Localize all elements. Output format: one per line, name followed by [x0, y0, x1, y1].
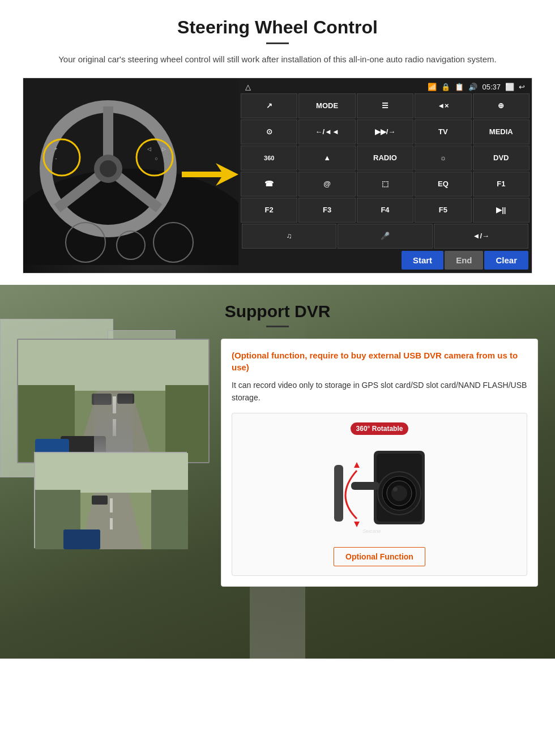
- volume-icon: 🔊: [468, 83, 477, 91]
- dvr-section: Support DVR: [0, 285, 555, 659]
- svg-rect-20: [18, 340, 210, 391]
- btn-play-pause[interactable]: ▶||: [473, 198, 530, 223]
- btn-eject[interactable]: ▲: [298, 146, 355, 170]
- svg-rect-26: [92, 394, 112, 405]
- svg-rect-22: [113, 396, 116, 413]
- svg-rect-34: [110, 498, 113, 512]
- btn-screen[interactable]: ⬚: [357, 172, 413, 197]
- steering-wheel-image: + - ◁ ○ ▷: [23, 78, 238, 273]
- btn-next[interactable]: ▶▶/→: [357, 119, 413, 144]
- btn-music[interactable]: ♫: [242, 224, 336, 249]
- btn-eq[interactable]: EQ: [415, 172, 471, 197]
- btn-apps[interactable]: ⊕: [473, 93, 530, 118]
- btn-internet[interactable]: @: [298, 172, 355, 197]
- status-bar: △ 📶 🔒 📋 🔊 05:37 ⬜ ↩: [241, 80, 530, 93]
- svg-rect-27: [117, 394, 134, 404]
- control-panel: △ 📶 🔒 📋 🔊 05:37 ⬜ ↩ ↗ MODE ☰ ◄×: [238, 78, 532, 273]
- dvr-info-card: (Optional function, require to buy exter…: [221, 339, 538, 587]
- btn-mode[interactable]: MODE: [298, 93, 355, 118]
- svg-text:○: ○: [155, 156, 157, 161]
- btn-settings[interactable]: ⊙: [241, 119, 297, 144]
- svg-marker-49: [354, 462, 360, 468]
- dvr-optional-note: (Optional function, require to buy exter…: [232, 349, 527, 373]
- svg-text:-: -: [56, 156, 57, 161]
- btn-phone[interactable]: ☎: [241, 172, 297, 197]
- clear-button[interactable]: Clear: [484, 251, 528, 270]
- dvr-content: Support DVR: [0, 285, 555, 604]
- btn-360[interactable]: 360: [241, 146, 297, 170]
- start-button[interactable]: Start: [402, 251, 443, 270]
- svg-text:◁: ◁: [147, 146, 151, 152]
- steering-title: Steering Wheel Control: [23, 17, 532, 38]
- title-divider: [266, 42, 289, 44]
- panel-button-grid: ↗ MODE ☰ ◄× ⊕ ⊙ ←/◄◄ ▶▶/→ TV MEDIA 360 ▲…: [241, 93, 530, 223]
- steering-background: + - ◁ ○ ▷: [23, 78, 238, 273]
- svg-point-7: [100, 160, 117, 177]
- panel-partial-row: ♫ 🎤 ◄/→: [241, 223, 530, 249]
- svg-rect-37: [151, 490, 188, 549]
- svg-marker-50: [354, 522, 360, 527]
- status-right-icons: 📶 🔒 📋 🔊 05:37 ⬜ ↩: [428, 83, 525, 91]
- btn-menu[interactable]: ☰: [357, 93, 413, 118]
- dvr-camera-box: 360° Rotatable: [232, 413, 527, 576]
- back-icon: ↩: [519, 83, 525, 91]
- svg-rect-35: [110, 518, 113, 529]
- rotation-badge: 360° Rotatable: [351, 422, 409, 435]
- btn-f4[interactable]: F4: [357, 198, 413, 223]
- dvr-camera-visual: Seicane: [317, 439, 442, 541]
- camera-svg: Seicane: [317, 439, 442, 536]
- svg-rect-38: [92, 496, 108, 505]
- window-icon: ⬜: [505, 83, 514, 91]
- btn-mute[interactable]: ◄×: [415, 93, 471, 118]
- dvr-left-panel: Seicane: [17, 339, 210, 548]
- panel-actions: Start End Clear: [241, 249, 530, 271]
- btn-tv[interactable]: TV: [415, 119, 471, 144]
- sim-icon: 📋: [455, 83, 464, 91]
- btn-brightness[interactable]: ☼: [415, 146, 471, 170]
- optional-function-label: Optional Function: [334, 547, 425, 566]
- btn-vol-control[interactable]: ◄/→: [434, 224, 528, 249]
- svg-rect-47: [351, 482, 379, 490]
- svg-point-46: [393, 487, 398, 492]
- home-icon: △: [245, 83, 251, 91]
- btn-f3[interactable]: F3: [298, 198, 355, 223]
- steering-main-container: + - ◁ ○ ▷ △: [23, 78, 532, 274]
- dvr-main-cam-view: Seicane: [17, 339, 210, 463]
- btn-f1[interactable]: F1: [473, 172, 530, 197]
- dvr-thumb-view: [34, 452, 187, 548]
- road-cam-svg: Seicane: [18, 340, 210, 463]
- btn-radio[interactable]: RADIO: [357, 146, 413, 170]
- end-button[interactable]: End: [445, 251, 483, 270]
- svg-rect-32: [35, 453, 188, 493]
- clock: 05:37: [482, 83, 501, 91]
- steering-section: Steering Wheel Control Your original car…: [0, 0, 555, 285]
- dvr-divider: [266, 326, 289, 327]
- btn-dvd[interactable]: DVD: [473, 146, 530, 170]
- dvr-title: Support DVR: [17, 302, 538, 321]
- dvr-main-row: Seicane: [17, 339, 538, 587]
- lock-icon: 🔒: [441, 83, 450, 91]
- steering-wheel-svg: + - ◁ ○ ▷: [23, 78, 238, 265]
- btn-prev[interactable]: ←/◄◄: [298, 119, 355, 144]
- svg-rect-48: [334, 465, 343, 522]
- svg-text:Seicane: Seicane: [362, 528, 381, 534]
- wifi-icon: 📶: [428, 83, 437, 91]
- btn-navigate[interactable]: ↗: [241, 93, 297, 118]
- btn-f5[interactable]: F5: [415, 198, 471, 223]
- svg-text:+: +: [54, 146, 57, 152]
- steering-description: Your original car's steering wheel contr…: [57, 53, 498, 66]
- svg-rect-23: [113, 419, 116, 436]
- status-icons: △: [245, 83, 251, 91]
- btn-f2[interactable]: F2: [241, 198, 297, 223]
- dvr-thumb-svg: [35, 453, 188, 549]
- svg-rect-39: [63, 529, 100, 549]
- btn-media[interactable]: MEDIA: [473, 119, 530, 144]
- dvr-description: It can record video only to storage in G…: [232, 379, 527, 404]
- btn-mic[interactable]: 🎤: [338, 224, 432, 249]
- svg-text:▷: ▷: [162, 146, 166, 152]
